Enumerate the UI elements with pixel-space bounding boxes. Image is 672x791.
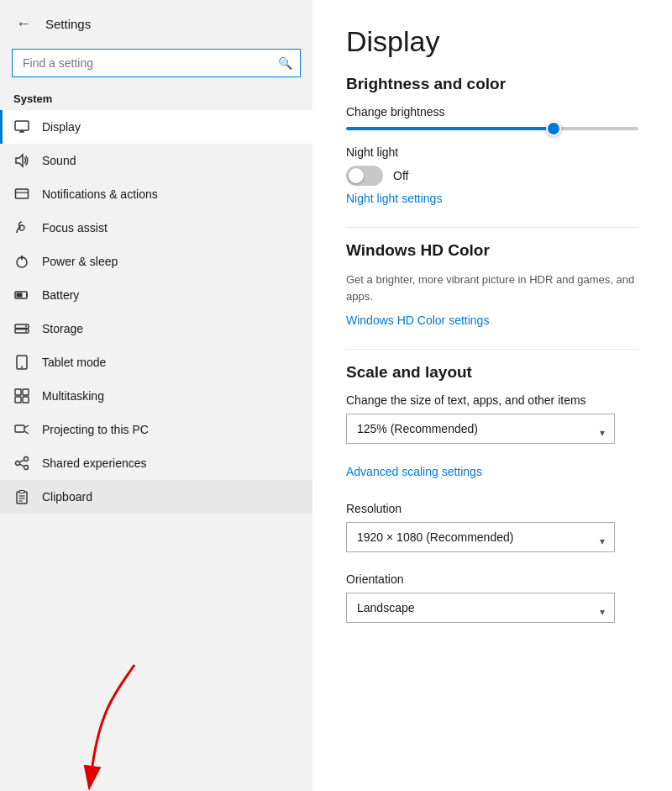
svg-point-14 [25, 325, 27, 327]
svg-point-26 [24, 466, 29, 470]
svg-rect-18 [15, 389, 21, 395]
search-icon: 🔍 [278, 56, 292, 70]
brightness-slider-track[interactable] [346, 127, 638, 130]
clipboard-icon [13, 488, 30, 505]
svg-point-15 [25, 330, 27, 332]
change-brightness-label: Change brightness [346, 105, 638, 119]
sidebar-item-projecting-label: Projecting to this PC [42, 423, 149, 436]
sidebar-item-power[interactable]: Power & sleep [0, 245, 312, 278]
back-button[interactable]: ← [12, 12, 35, 35]
divider-1 [346, 227, 638, 228]
svg-line-23 [24, 425, 29, 428]
search-input[interactable] [12, 49, 301, 77]
scale-section-heading: Scale and layout [346, 363, 638, 382]
sidebar-item-shared[interactable]: Shared experiences [0, 446, 312, 480]
sidebar-item-clipboard-label: Clipboard [42, 490, 92, 504]
system-section-label: System [0, 86, 312, 110]
sound-icon [13, 152, 30, 169]
svg-line-24 [24, 431, 29, 434]
sidebar-header: ← Settings [0, 0, 312, 44]
projecting-icon [13, 421, 30, 438]
svg-rect-22 [15, 425, 24, 432]
svg-point-25 [24, 457, 29, 461]
storage-icon [13, 320, 30, 337]
sidebar-item-focus-label: Focus assist [42, 221, 108, 235]
brightness-slider-container [346, 127, 638, 130]
sidebar-item-storage[interactable]: Storage [0, 312, 312, 345]
main-content: Display Brightness and color Change brig… [312, 0, 672, 791]
night-light-row: Off [346, 166, 638, 186]
scale-dropdown-wrap: 100% 125% (Recommended) 150% 175% ▾ [346, 414, 615, 452]
svg-rect-31 [19, 491, 24, 493]
night-light-settings-link[interactable]: Night light settings [346, 192, 442, 205]
sidebar-item-multitasking[interactable]: Multitasking [0, 379, 312, 413]
shared-icon [13, 455, 30, 472]
svg-rect-21 [23, 397, 29, 403]
sidebar-item-display[interactable]: Display [0, 110, 312, 144]
scale-dropdown[interactable]: 100% 125% (Recommended) 150% 175% [346, 414, 615, 444]
svg-point-27 [16, 461, 20, 466]
night-light-toggle[interactable] [346, 166, 383, 186]
resolution-dropdown[interactable]: 1920 × 1080 (Recommended) 1280 × 720 102… [346, 522, 615, 552]
sidebar-item-sound[interactable]: Sound [0, 144, 312, 177]
sidebar-item-shared-label: Shared experiences [42, 456, 147, 470]
tablet-icon [13, 354, 30, 371]
settings-title: Settings [45, 17, 91, 31]
page-title: Display [346, 25, 638, 58]
sidebar-item-focus[interactable]: Focus assist [0, 211, 312, 245]
notifications-icon [13, 186, 30, 203]
sidebar-item-battery-label: Battery [42, 288, 79, 302]
toggle-knob [349, 168, 364, 183]
sidebar-item-storage-label: Storage [42, 322, 83, 335]
hd-color-settings-link[interactable]: Windows HD Color settings [346, 314, 489, 327]
night-light-label: Night light [346, 145, 638, 159]
orientation-dropdown[interactable]: Landscape Portrait Landscape (flipped) P… [346, 593, 615, 623]
svg-rect-19 [23, 389, 29, 395]
sidebar-item-sound-label: Sound [42, 154, 76, 167]
sidebar-item-notifications-label: Notifications & actions [42, 187, 158, 201]
sidebar-item-multitasking-label: Multitasking [42, 389, 104, 403]
svg-line-29 [19, 464, 24, 467]
svg-rect-4 [16, 189, 29, 198]
resolution-label: Resolution [346, 502, 638, 515]
multitasking-icon [13, 388, 30, 404]
power-icon [13, 253, 30, 270]
divider-2 [346, 349, 638, 350]
sidebar-item-battery[interactable]: Battery [0, 278, 312, 312]
hd-color-section-heading: Windows HD Color [346, 241, 638, 260]
advanced-scaling-link[interactable]: Advanced scaling settings [346, 465, 482, 478]
sidebar-item-notifications[interactable]: Notifications & actions [0, 177, 312, 211]
brightness-section-heading: Brightness and color [346, 75, 638, 93]
hd-color-description: Get a brighter, more vibrant picture in … [346, 272, 638, 304]
orientation-dropdown-wrap: Landscape Portrait Landscape (flipped) P… [346, 593, 615, 631]
scale-label: Change the size of text, apps, and other… [346, 393, 638, 407]
resolution-dropdown-wrap: 1920 × 1080 (Recommended) 1280 × 720 102… [346, 522, 615, 561]
svg-rect-20 [15, 397, 21, 403]
night-light-toggle-label: Off [393, 169, 408, 182]
svg-marker-3 [16, 155, 23, 166]
brightness-slider-thumb[interactable] [546, 121, 561, 136]
sidebar: ← Settings 🔍 System Display Sound [0, 0, 312, 791]
sidebar-item-display-label: Display [42, 120, 81, 134]
svg-line-28 [19, 460, 24, 462]
sidebar-item-clipboard[interactable]: Clipboard [0, 480, 312, 514]
sidebar-item-power-label: Power & sleep [42, 255, 118, 268]
svg-rect-10 [17, 293, 23, 298]
svg-rect-0 [15, 121, 29, 130]
display-icon [13, 119, 30, 135]
orientation-label: Orientation [346, 572, 638, 586]
sidebar-item-tablet-label: Tablet mode [42, 356, 106, 369]
sidebar-item-projecting[interactable]: Projecting to this PC [0, 413, 312, 446]
sidebar-item-tablet[interactable]: Tablet mode [0, 345, 312, 379]
focus-icon [13, 219, 30, 236]
battery-icon [13, 287, 30, 303]
search-box-container: 🔍 [12, 49, 301, 77]
